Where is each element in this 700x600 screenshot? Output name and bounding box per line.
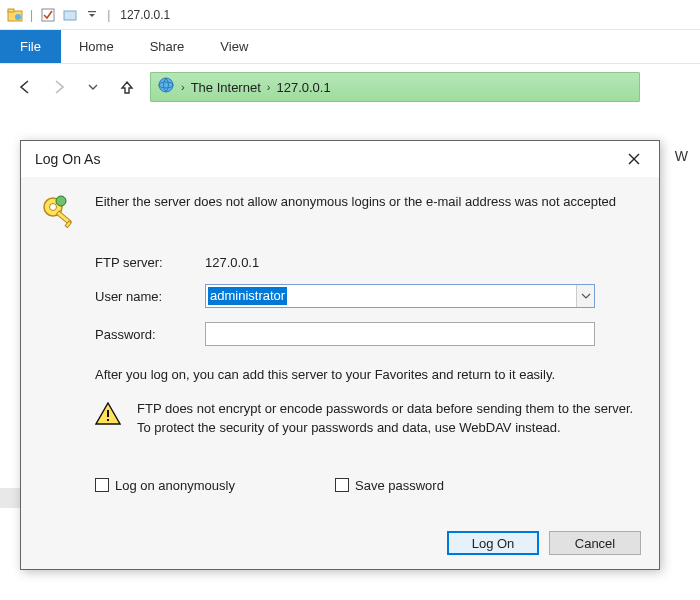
tab-share[interactable]: Share bbox=[132, 30, 203, 63]
chevron-right-icon-2: › bbox=[267, 81, 271, 93]
ribbon-tabs: File Home Share View bbox=[0, 30, 700, 64]
side-letter: W bbox=[675, 148, 688, 164]
forward-button[interactable] bbox=[48, 76, 70, 98]
svg-point-9 bbox=[50, 204, 57, 211]
close-button[interactable] bbox=[619, 147, 649, 171]
svg-rect-5 bbox=[88, 11, 96, 12]
warning-icon bbox=[95, 402, 123, 428]
chevron-down-icon[interactable] bbox=[576, 285, 594, 307]
tab-view[interactable]: View bbox=[202, 30, 266, 63]
after-logon-text: After you log on, you can add this serve… bbox=[95, 366, 643, 384]
username-combo[interactable]: administrator bbox=[205, 284, 595, 308]
svg-point-2 bbox=[15, 14, 21, 20]
internet-icon bbox=[157, 76, 175, 98]
window-title-bar: | | 127.0.0.1 bbox=[0, 0, 700, 30]
properties-icon[interactable] bbox=[39, 6, 57, 24]
dialog-title-bar: Log On As bbox=[21, 141, 659, 177]
tab-home[interactable]: Home bbox=[61, 30, 132, 63]
up-button[interactable] bbox=[116, 76, 138, 98]
new-folder-icon[interactable] bbox=[61, 6, 79, 24]
checkbox-box bbox=[95, 478, 109, 492]
username-selection: administrator bbox=[208, 287, 287, 305]
cancel-button[interactable]: Cancel bbox=[549, 531, 641, 555]
logon-dialog: Log On As Either the server does not all… bbox=[20, 140, 660, 570]
nav-pane-edge bbox=[0, 488, 20, 508]
ftp-server-label: FTP server: bbox=[95, 255, 205, 270]
qat-dropdown-icon[interactable] bbox=[83, 6, 101, 24]
dialog-body: Either the server does not allow anonymo… bbox=[21, 177, 659, 521]
anon-checkbox[interactable]: Log on anonymously bbox=[95, 478, 235, 493]
breadcrumb-path[interactable]: 127.0.0.1 bbox=[276, 80, 330, 95]
dialog-intro-text: Either the server does not allow anonymo… bbox=[95, 191, 616, 235]
address-bar[interactable]: › The Internet › 127.0.0.1 bbox=[150, 72, 640, 102]
svg-rect-13 bbox=[107, 410, 109, 417]
ftp-server-value: 127.0.0.1 bbox=[205, 255, 643, 270]
svg-rect-3 bbox=[42, 9, 54, 21]
logon-button[interactable]: Log On bbox=[447, 531, 539, 555]
key-icon bbox=[37, 191, 81, 235]
svg-rect-14 bbox=[107, 419, 109, 421]
username-label: User name: bbox=[95, 289, 205, 304]
svg-rect-4 bbox=[64, 11, 76, 20]
password-input[interactable] bbox=[205, 322, 595, 346]
dialog-title: Log On As bbox=[35, 151, 100, 167]
save-password-checkbox[interactable]: Save password bbox=[335, 478, 444, 493]
breadcrumb-root[interactable]: The Internet bbox=[191, 80, 261, 95]
qat-separator: | bbox=[30, 8, 33, 22]
save-password-label: Save password bbox=[355, 478, 444, 493]
qat-separator-2: | bbox=[107, 8, 110, 22]
warning-text: FTP does not encrypt or encode passwords… bbox=[137, 400, 643, 438]
checkbox-box-2 bbox=[335, 478, 349, 492]
svg-point-12 bbox=[56, 196, 66, 206]
chevron-right-icon: › bbox=[181, 81, 185, 93]
back-button[interactable] bbox=[14, 76, 36, 98]
svg-rect-1 bbox=[8, 9, 14, 12]
explorer-icon bbox=[6, 6, 24, 24]
password-label: Password: bbox=[95, 327, 205, 342]
recent-locations-dropdown[interactable] bbox=[82, 76, 104, 98]
tab-file[interactable]: File bbox=[0, 30, 61, 63]
anon-checkbox-label: Log on anonymously bbox=[115, 478, 235, 493]
window-title: 127.0.0.1 bbox=[120, 8, 170, 22]
svg-point-6 bbox=[159, 78, 173, 92]
navigation-bar: › The Internet › 127.0.0.1 bbox=[0, 64, 700, 110]
